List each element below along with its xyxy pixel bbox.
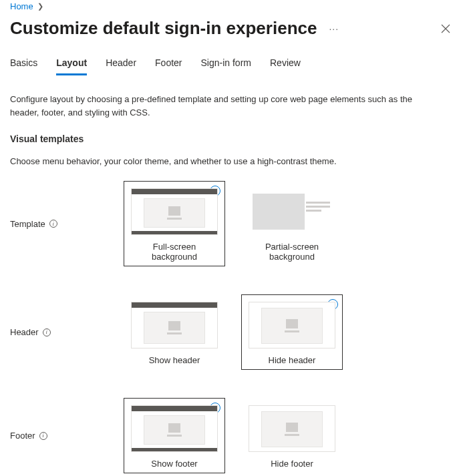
header-label: Header i bbox=[10, 327, 124, 337]
footer-hide-caption: Hide footer bbox=[249, 459, 335, 469]
info-icon[interactable]: i bbox=[43, 328, 51, 336]
tab-review[interactable]: Review bbox=[270, 57, 301, 75]
header-hide-preview bbox=[249, 302, 335, 348]
info-icon[interactable]: i bbox=[39, 432, 47, 440]
chevron-right-icon: ❯ bbox=[37, 2, 43, 11]
header-row: Header i Show header Hide header bbox=[10, 294, 451, 370]
section-heading: Visual templates bbox=[10, 134, 451, 144]
template-row: Template i Full-screen background Partia… bbox=[10, 181, 451, 266]
template-full-caption: Full-screen background bbox=[131, 242, 218, 262]
close-button[interactable] bbox=[440, 23, 451, 34]
breadcrumb-home[interactable]: Home bbox=[10, 1, 33, 11]
header-show-preview bbox=[131, 302, 218, 348]
tab-signin[interactable]: Sign-in form bbox=[201, 57, 251, 75]
template-option-partial[interactable]: Partial-screen background bbox=[241, 181, 343, 266]
header-option-hide[interactable]: Hide header bbox=[241, 294, 343, 370]
footer-row: Footer i Show footer Hide footer bbox=[10, 398, 451, 473]
more-actions-button[interactable]: ··· bbox=[329, 23, 339, 34]
footer-label: Footer i bbox=[10, 431, 124, 441]
tab-layout[interactable]: Layout bbox=[56, 57, 87, 75]
section-subtext: Choose menu behavior, your color theme, … bbox=[10, 156, 451, 166]
header-show-caption: Show header bbox=[131, 355, 218, 365]
footer-hide-preview bbox=[249, 405, 335, 452]
template-label-text: Template bbox=[10, 219, 45, 229]
template-option-full[interactable]: Full-screen background bbox=[124, 181, 225, 266]
breadcrumb: Home ❯ bbox=[10, 1, 451, 11]
tab-footer[interactable]: Footer bbox=[155, 57, 182, 75]
header-hide-caption: Hide header bbox=[249, 355, 335, 365]
tab-bar: Basics Layout Header Footer Sign-in form… bbox=[10, 57, 451, 75]
tab-basics[interactable]: Basics bbox=[10, 57, 37, 75]
template-full-preview bbox=[131, 188, 218, 235]
template-partial-preview bbox=[249, 188, 335, 235]
footer-show-preview bbox=[131, 405, 218, 452]
footer-option-hide[interactable]: Hide footer bbox=[241, 398, 343, 473]
header-label-text: Header bbox=[10, 327, 39, 337]
footer-option-show[interactable]: Show footer bbox=[124, 398, 225, 473]
template-label: Template i bbox=[10, 219, 124, 229]
info-icon[interactable]: i bbox=[49, 220, 57, 228]
layout-description: Configure layout by choosing a pre-defin… bbox=[10, 93, 438, 119]
close-icon bbox=[440, 23, 451, 34]
header-option-show[interactable]: Show header bbox=[124, 294, 225, 370]
title-row: Customize default sign-in experience ··· bbox=[10, 18, 451, 39]
page-title: Customize default sign-in experience bbox=[10, 18, 317, 39]
tab-header[interactable]: Header bbox=[106, 57, 136, 75]
template-partial-caption: Partial-screen background bbox=[249, 242, 335, 262]
footer-label-text: Footer bbox=[10, 431, 35, 441]
footer-show-caption: Show footer bbox=[131, 459, 218, 469]
